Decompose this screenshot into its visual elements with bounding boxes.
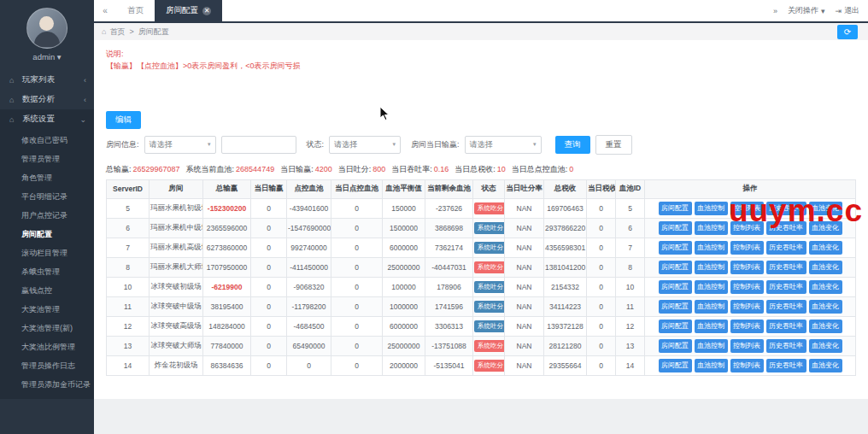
- sidebar-subitem[interactable]: 大奖池比例管理: [0, 337, 94, 356]
- action-button-房间配置[interactable]: 房间配置: [659, 280, 692, 294]
- tab-房间配置[interactable]: 房间配置✕: [155, 0, 222, 21]
- action-button-控制列表[interactable]: 控制列表: [730, 339, 764, 353]
- status-badge[interactable]: 系统吐分: [474, 222, 505, 234]
- action-button-血池控制[interactable]: 血池控制: [695, 359, 728, 372]
- action-button-控制列表[interactable]: 控制列表: [730, 261, 764, 274]
- action-button-控制列表[interactable]: 控制列表: [730, 202, 764, 215]
- sidebar-item-settings[interactable]: ⌂系统设置⌄: [0, 109, 94, 129]
- action-button-历史吞吐率[interactable]: 历史吞吐率: [766, 261, 806, 274]
- sidebar-item-players[interactable]: ⌂玩家列表‹: [0, 70, 94, 90]
- action-button-历史吞吐率[interactable]: 历史吞吐率: [766, 359, 806, 372]
- action-button-血池控制[interactable]: 血池控制: [695, 202, 728, 215]
- sidebar-subitem[interactable]: 赢钱点控: [0, 281, 94, 300]
- action-button-血池控制[interactable]: 血池控制: [695, 280, 728, 294]
- action-button-历史吞吐率[interactable]: 历史吞吐率: [766, 221, 806, 235]
- status-badge[interactable]: 系统吐分: [474, 242, 505, 254]
- action-button-历史吞吐率[interactable]: 历史吞吐率: [766, 280, 806, 294]
- sidebar-subitem[interactable]: 修改自己密码: [0, 131, 94, 150]
- action-button-房间配置[interactable]: 房间配置: [659, 300, 692, 314]
- action-button-房间配置[interactable]: 房间配置: [659, 261, 692, 274]
- sidebar-subitem[interactable]: 房间配置: [0, 225, 94, 243]
- sidebar-subitem[interactable]: 用户点控记录: [0, 206, 94, 225]
- status-badge[interactable]: 系统吐分: [474, 320, 505, 332]
- cell-total: 77840000: [203, 336, 251, 355]
- status-badge[interactable]: 系统吐分: [474, 301, 505, 313]
- refresh-button[interactable]: ⟳: [837, 25, 858, 39]
- status-badge[interactable]: 系统吃分: [474, 261, 505, 273]
- action-button-历史吞吐率[interactable]: 历史吞吐率: [766, 202, 806, 215]
- cell-rate: NAN: [505, 316, 544, 336]
- sidebar-subitem[interactable]: 滚动栏目管理: [0, 243, 94, 262]
- sidebar-subitem[interactable]: 平台明细记录: [0, 187, 94, 206]
- action-button-血池变化[interactable]: 血池变化: [809, 202, 842, 215]
- column-header: ServerID: [107, 179, 150, 198]
- action-button-血池控制[interactable]: 血池控制: [695, 221, 728, 235]
- cell-total: 1707950000: [203, 257, 251, 277]
- action-button-血池变化[interactable]: 血池变化: [809, 320, 842, 333]
- action-button-血池变化[interactable]: 血池变化: [809, 241, 842, 255]
- tabs-expand-icon[interactable]: »: [773, 7, 777, 15]
- action-button-血池变化[interactable]: 血池变化: [809, 280, 842, 294]
- action-button-控制列表[interactable]: 控制列表: [730, 241, 764, 255]
- action-button-房间配置[interactable]: 房间配置: [659, 339, 692, 353]
- status-badge[interactable]: 系统吃分: [474, 360, 505, 372]
- action-button-血池控制[interactable]: 血池控制: [695, 300, 728, 314]
- action-button-血池控制[interactable]: 血池控制: [695, 320, 728, 333]
- action-button-房间配置[interactable]: 房间配置: [659, 241, 692, 255]
- sidebar-item-analysis[interactable]: ⌂数据分析‹: [0, 90, 94, 109]
- cell-daily_tax: 0: [587, 198, 616, 218]
- room-info-select-value: 请选择: [150, 139, 173, 150]
- avatar[interactable]: [26, 8, 67, 49]
- action-button-房间配置[interactable]: 房间配置: [659, 202, 692, 215]
- action-button-控制列表[interactable]: 控制列表: [730, 300, 764, 314]
- action-button-血池控制[interactable]: 血池控制: [695, 241, 728, 255]
- status-badge[interactable]: 系统吐分: [474, 281, 505, 293]
- room-info-input[interactable]: [221, 136, 296, 154]
- breadcrumb-home[interactable]: 首页: [109, 26, 125, 38]
- sidebar-subitem[interactable]: 大奖池管理: [0, 300, 94, 319]
- action-button-房间配置[interactable]: 房间配置: [659, 320, 692, 333]
- cell-daily: 0: [251, 257, 287, 277]
- action-button-控制列表[interactable]: 控制列表: [730, 280, 764, 294]
- tabs-collapse-icon[interactable]: «: [94, 0, 116, 21]
- close-icon[interactable]: ✕: [202, 7, 211, 15]
- action-button-血池变化[interactable]: 血池变化: [809, 221, 842, 235]
- status-badge[interactable]: 系统吃分: [474, 340, 505, 352]
- sidebar-subitem[interactable]: 管理员添加金币记录: [0, 375, 94, 394]
- sidebar-subitem[interactable]: 角色管理: [0, 168, 94, 187]
- status-select[interactable]: 请选择 ▾: [329, 136, 401, 154]
- action-button-血池变化[interactable]: 血池变化: [809, 359, 842, 372]
- action-button-血池控制[interactable]: 血池控制: [695, 261, 728, 274]
- action-button-历史吞吐率[interactable]: 历史吞吐率: [766, 241, 806, 255]
- action-button-房间配置[interactable]: 房间配置: [659, 221, 692, 235]
- action-button-房间配置[interactable]: 房间配置: [659, 359, 692, 372]
- action-button-历史吞吐率[interactable]: 历史吞吐率: [766, 320, 806, 333]
- column-header: 点控血池: [287, 179, 331, 198]
- sidebar-subitem[interactable]: 管理员管理: [0, 150, 94, 168]
- action-button-血池变化[interactable]: 血池变化: [809, 261, 842, 274]
- daily-winloss-select[interactable]: 请选择 ▾: [465, 136, 542, 154]
- close-operations-dropdown[interactable]: 关闭操作 ▾: [788, 5, 825, 16]
- action-button-控制列表[interactable]: 控制列表: [730, 359, 764, 372]
- logout-button[interactable]: ⇥ 退出: [835, 5, 859, 16]
- cell-actions: 房间配置血池控制控制列表历史吞吐率血池变化: [645, 316, 856, 336]
- action-button-血池控制[interactable]: 血池控制: [695, 339, 728, 353]
- cell-total: -152300200: [203, 198, 251, 218]
- action-button-血池变化[interactable]: 血池变化: [809, 339, 842, 353]
- room-info-select[interactable]: 请选择 ▾: [144, 136, 216, 154]
- sidebar-subitem[interactable]: 杀蛾虫管理: [0, 262, 94, 281]
- status-badge[interactable]: 系统吃分: [474, 202, 505, 214]
- action-button-控制列表[interactable]: 控制列表: [730, 221, 764, 235]
- edit-button[interactable]: 编辑: [106, 111, 141, 129]
- sidebar-subitem[interactable]: 管理员操作日志: [0, 356, 94, 375]
- tab-首页[interactable]: 首页: [116, 0, 155, 21]
- search-button[interactable]: 查询: [555, 136, 590, 154]
- username-dropdown[interactable]: admin ▾: [0, 52, 94, 62]
- reset-button[interactable]: 重置: [595, 135, 632, 155]
- logout-label: 退出: [844, 5, 859, 16]
- sidebar-subitem[interactable]: 大奖池管理(新): [0, 319, 94, 337]
- action-button-血池变化[interactable]: 血池变化: [809, 300, 842, 314]
- action-button-控制列表[interactable]: 控制列表: [730, 320, 764, 333]
- action-button-历史吞吐率[interactable]: 历史吞吐率: [766, 339, 806, 353]
- action-button-历史吞吐率[interactable]: 历史吞吐率: [766, 300, 806, 314]
